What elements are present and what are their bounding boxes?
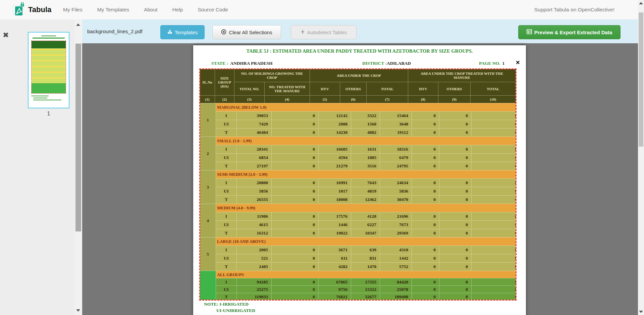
row-value: 4615 <box>237 221 272 229</box>
row-value: 0 <box>473 293 516 300</box>
thumb-note-line <box>31 96 49 96</box>
row-value: 84420 <box>380 278 412 285</box>
row-value: 0 <box>439 212 472 220</box>
row-value: 32677 <box>351 293 380 300</box>
row-value: 0 <box>272 145 319 153</box>
row-label: I <box>216 179 237 187</box>
thumb-mini-table <box>31 41 66 94</box>
header-subcol: OTHERS <box>438 82 471 95</box>
header-subcol: TOTAL <box>471 82 516 95</box>
section-slno: 3 <box>200 170 216 204</box>
preview-export-button[interactable]: Preview & Export Extracted Data <box>518 25 621 39</box>
row-value: 0 <box>412 120 439 128</box>
row-value: 0 <box>272 212 319 220</box>
selection-close-icon[interactable]: ✕ <box>516 59 520 66</box>
section-band: ALL GROUPS <box>216 271 516 278</box>
row-value: 0 <box>412 196 439 204</box>
clear-all-selections-button[interactable]: Clear All Selections <box>212 25 281 39</box>
header-colnum: (7) <box>367 96 408 103</box>
row-label: T <box>216 162 237 170</box>
row-value: 15322 <box>351 286 380 293</box>
row-value: 21696 <box>380 212 412 220</box>
row-value: 0 <box>272 112 319 120</box>
row-value: 2005 <box>237 246 272 254</box>
row-value: 0 <box>439 154 472 162</box>
row-value: 21279 <box>319 162 351 170</box>
row-label: T <box>216 229 237 237</box>
nav-item-about[interactable]: About <box>144 7 158 13</box>
row-value: 1631 <box>351 145 380 153</box>
nav-menu: My Files My Templates About Help Source … <box>63 0 228 19</box>
table-row: I941850670651735584420000 <box>216 278 516 285</box>
table-section: 1MARGINAL (BELOW 1.0)I390530121423322154… <box>200 103 516 137</box>
tabula-brand[interactable]: Tabula <box>13 3 51 17</box>
page-scroll-down-icon[interactable] <box>639 311 643 313</box>
sidebar-scrollbar-thumb[interactable] <box>75 44 81 231</box>
row-value: 24795 <box>380 162 412 170</box>
row-value: 27197 <box>237 162 272 170</box>
row-value: 0 <box>439 196 472 204</box>
row-value: 0 <box>473 263 516 271</box>
templates-button-label: Templates <box>175 30 198 35</box>
thumb-title-line <box>41 36 56 36</box>
nav-item-help[interactable]: Help <box>172 7 183 13</box>
section-band: SEMI-MEDIUM (2.0 - 3.99) <box>216 170 516 178</box>
row-value: 4882 <box>351 128 380 137</box>
page-number-text: PAGE NO.1 <box>479 61 504 66</box>
nav-item-my-templates[interactable]: My Templates <box>97 7 129 13</box>
header-group-label: AREA UNDER THE CROP TREATED WITH THE MAN… <box>408 69 516 82</box>
row-value: 5836 <box>380 187 412 195</box>
row-label: UI <box>216 221 237 229</box>
table-selection-box[interactable]: SL.NoSIZE GROUP (HA)NO. OF HOLDINGS GROW… <box>200 69 516 300</box>
page-scroll-up-icon[interactable] <box>639 2 643 4</box>
row-value: 4282 <box>319 263 351 271</box>
row-label: UI <box>216 254 237 262</box>
row-label: UI <box>216 154 237 162</box>
sidebar-scrollbar[interactable] <box>74 19 82 315</box>
export-button-label: Preview & Export Extracted Data <box>534 30 612 35</box>
table-section: 2SMALL (1.0 - 1.99)I20341016685163118316… <box>200 137 516 170</box>
row-value: 26555 <box>237 196 272 204</box>
templates-button[interactable]: Templates <box>160 25 205 39</box>
autodetect-tables-button[interactable]: Autodetect Tables <box>291 25 357 39</box>
row-value: 0 <box>272 128 319 137</box>
row-value: 0 <box>473 145 516 153</box>
autodetect-button-label: Autodetect Tables <box>307 30 347 35</box>
header-colnum: (6) <box>340 96 367 103</box>
table-section: 4MEDIUM (4.0 - 9.99)I1198601757641202169… <box>200 204 516 237</box>
district-text: DISTRICT :ADILABAD <box>362 61 411 66</box>
row-value: 0 <box>272 263 319 271</box>
header-colnum: (8) <box>408 96 438 103</box>
table-row: UI52106118311442000 <box>216 254 516 262</box>
clear-button-label: Clear All Selections <box>229 30 272 35</box>
nav-item-my-files[interactable]: My Files <box>63 7 83 13</box>
header-group: AREA UNDER THE CROP TREATED WITH THE MAN… <box>408 69 516 95</box>
row-value: 0 <box>412 229 439 237</box>
row-value: 7673 <box>380 221 412 229</box>
section-band: MEDIUM (4.0 - 9.99) <box>216 204 516 212</box>
page-scrollbar-thumb[interactable] <box>639 12 643 147</box>
row-value: 119033 <box>237 293 272 300</box>
row-value: 16991 <box>319 179 351 187</box>
toolbar: background_lines_2.pdf Templates Clear A… <box>82 19 638 43</box>
support-link[interactable]: Support Tabula on OpenCollective! <box>534 0 614 19</box>
row-value: 0 <box>473 187 516 195</box>
row-value: 67065 <box>319 278 351 285</box>
table-row: T265550180081246230470000 <box>216 195 516 204</box>
row-value: 0 <box>439 278 472 285</box>
row-value: 0 <box>412 286 439 293</box>
thumb-note-line <box>33 98 47 98</box>
row-value: 0 <box>439 162 472 170</box>
row-value: 5752 <box>380 263 412 271</box>
pdf-table: SL.NoSIZE GROUP (HA)NO. OF HOLDINGS GROW… <box>200 69 516 300</box>
table-row: T163120190221034729369000 <box>216 229 516 237</box>
remove-page-icon[interactable]: ✖ <box>3 32 9 39</box>
sidebar-scroll-up-icon[interactable] <box>76 23 80 26</box>
tabula-logo-icon <box>13 2 25 17</box>
sidebar-scroll-down-icon[interactable] <box>76 309 80 312</box>
nav-item-source-code[interactable]: Source Code <box>198 7 228 13</box>
page-thumbnail[interactable] <box>28 32 69 108</box>
page-scrollbar[interactable] <box>638 0 644 315</box>
pdf-page[interactable]: TABLE 5J : ESTIMATED AREA UNDER PADDY TR… <box>193 45 526 315</box>
row-value: 0 <box>473 221 516 229</box>
